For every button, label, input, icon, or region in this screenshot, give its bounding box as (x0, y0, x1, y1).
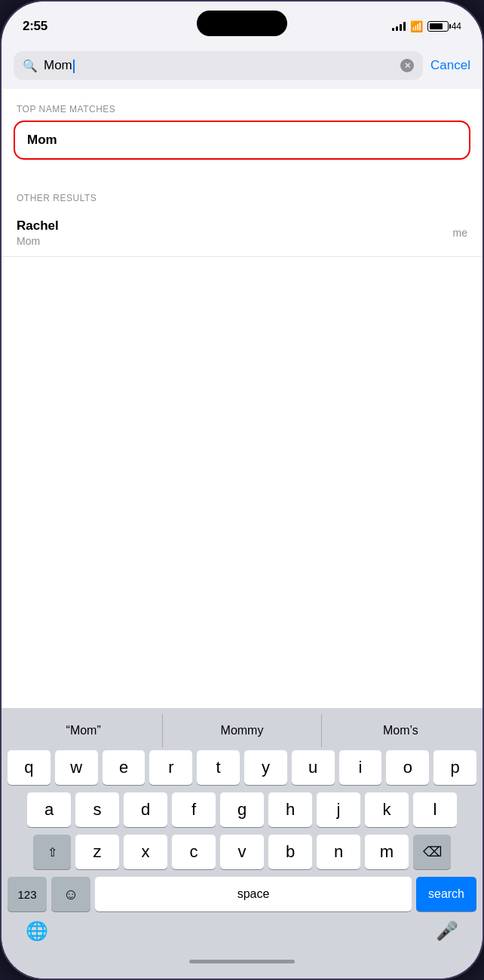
key-w[interactable]: w (55, 750, 98, 785)
cancel-button[interactable]: Cancel (430, 58, 470, 73)
key-k[interactable]: k (365, 792, 409, 827)
result-subtitle: Mom (17, 235, 59, 247)
result-item[interactable]: Rachel Mom me (2, 209, 482, 257)
key-s[interactable]: s (75, 792, 119, 827)
space-key[interactable]: space (95, 877, 412, 911)
key-o[interactable]: o (386, 750, 429, 785)
key-x[interactable]: x (124, 835, 167, 869)
keyboard-area: “Mom” Mommy Mom’s q w e r t y (2, 708, 482, 954)
signal-bars-icon (392, 22, 406, 31)
clear-button[interactable] (400, 59, 414, 72)
autocomplete-mom[interactable]: “Mom” (5, 714, 163, 747)
key-q[interactable]: q (8, 750, 51, 785)
text-cursor (73, 60, 75, 73)
autocomplete-moms[interactable]: Mom’s (322, 714, 479, 747)
result-badge: me (453, 227, 467, 239)
delete-key[interactable]: ⌫ (413, 835, 451, 869)
search-bar[interactable]: 🔍 Mom (14, 51, 423, 80)
emoji-key[interactable]: ☺ (51, 877, 90, 911)
wifi-icon: 📶 (410, 20, 423, 32)
key-y[interactable]: y (244, 750, 287, 785)
search-key[interactable]: search (416, 877, 476, 911)
dynamic-island (197, 11, 287, 36)
battery-icon: 44 (427, 21, 461, 32)
autocomplete-bar: “Mom” Mommy Mom’s (5, 714, 479, 747)
key-h[interactable]: h (268, 792, 312, 827)
search-container: 🔍 Mom Cancel (2, 42, 482, 89)
status-icons: 📶 44 (392, 20, 461, 32)
key-l[interactable]: l (413, 792, 457, 827)
top-match-name: Mom (27, 133, 57, 147)
home-bar (189, 960, 295, 963)
key-j[interactable]: j (317, 792, 360, 827)
key-g[interactable]: g (220, 792, 264, 827)
key-row-2: a s d f g h j k l (8, 792, 476, 827)
autocomplete-mommy[interactable]: Mommy (163, 714, 321, 747)
shift-key[interactable]: ⇧ (33, 835, 71, 869)
result-info: Rachel Mom (17, 218, 59, 247)
numbers-key[interactable]: 123 (8, 877, 47, 911)
battery-percent: 44 (452, 21, 461, 32)
key-row-1: q w e r t y u i o p (8, 750, 476, 785)
status-time: 2:55 (23, 19, 47, 34)
key-u[interactable]: u (292, 750, 335, 785)
key-n[interactable]: n (317, 835, 360, 869)
phone-screen: 2:55 📶 44 (2, 2, 482, 978)
key-p[interactable]: p (433, 750, 476, 785)
search-icon: 🔍 (23, 59, 38, 73)
other-results-header: OTHER RESULTS (2, 178, 482, 209)
key-v[interactable]: v (220, 835, 264, 869)
key-a[interactable]: a (27, 792, 71, 827)
key-r[interactable]: r (149, 750, 192, 785)
key-row-3: ⇧ z x c v b n m ⌫ (8, 835, 476, 869)
content-area: TOP NAME MATCHES Mom OTHER RESULTS Rache… (2, 89, 482, 708)
home-indicator (2, 954, 482, 978)
search-input[interactable]: Mom (44, 58, 394, 73)
top-matches-header: TOP NAME MATCHES (2, 89, 482, 121)
globe-icon[interactable]: 🌐 (26, 920, 48, 942)
other-results-section: OTHER RESULTS Rachel Mom me (2, 178, 482, 257)
key-z[interactable]: z (75, 835, 119, 869)
key-e[interactable]: e (103, 750, 146, 785)
key-t[interactable]: t (197, 750, 240, 785)
key-row-4: 123 ☺ space search (8, 877, 476, 911)
key-b[interactable]: b (268, 835, 312, 869)
mic-icon[interactable]: 🎤 (436, 920, 458, 942)
key-c[interactable]: c (172, 835, 216, 869)
phone-frame: 2:55 📶 44 (0, 0, 484, 980)
result-name: Rachel (17, 218, 59, 234)
key-m[interactable]: m (365, 835, 409, 869)
key-f[interactable]: f (172, 792, 216, 827)
key-d[interactable]: d (124, 792, 167, 827)
keyboard-rows: q w e r t y u i o p a s d f g (5, 750, 479, 911)
key-i[interactable]: i (339, 750, 382, 785)
top-match-item[interactable]: Mom (14, 121, 470, 160)
bottom-row: 🌐 🎤 (5, 911, 479, 951)
